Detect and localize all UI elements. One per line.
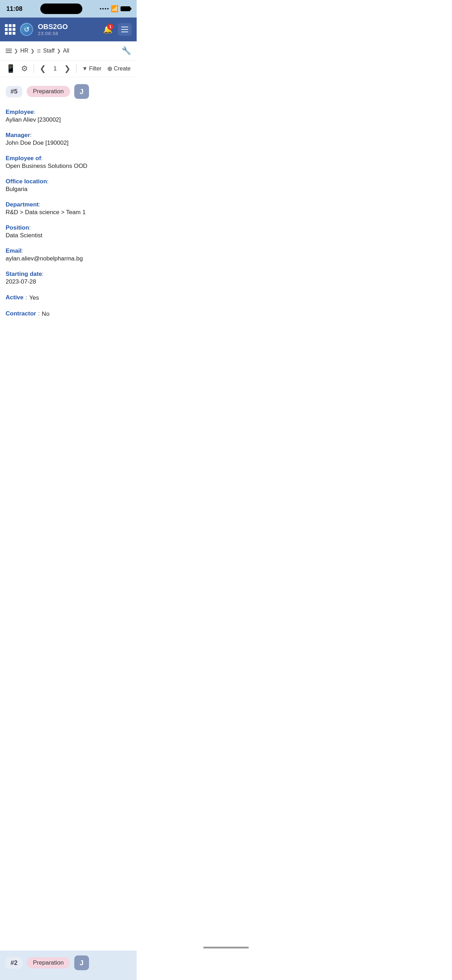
status-pill[interactable]: Preparation (27, 86, 70, 97)
filter-icon: ▼ (82, 65, 88, 72)
filter-label: Filter (89, 65, 102, 72)
settings-wrench-icon[interactable]: 🔧 (122, 46, 131, 56)
plus-icon: ⊕ (107, 65, 113, 73)
active-label: Active (6, 294, 24, 301)
avatar[interactable]: J (74, 84, 89, 99)
toolbar-separator-2 (76, 65, 76, 73)
department-label: Department: (6, 201, 131, 208)
signal-icon (100, 8, 108, 10)
bottom-spacer (6, 326, 131, 361)
status-time: 11:08 (6, 5, 22, 13)
wifi-icon: 📶 (111, 5, 118, 13)
app-header: ↺ OBS2GO 23:08:58 🔔 1 (0, 18, 137, 41)
battery-icon (121, 6, 131, 11)
app-title: OBS2GO (38, 23, 97, 31)
status-bar: 11:08 📶 (0, 0, 137, 18)
toolbar: 📱 ⚙ ❮ 1 ❯ ▼ Filter ⊕ Create (0, 60, 137, 77)
mobile-view-icon[interactable]: 📱 (6, 64, 16, 73)
employee-value: Aylian Aliev [230002] (6, 116, 131, 123)
department-value: R&D > Data science > Team 1 (6, 209, 131, 216)
page-number: 1 (51, 65, 59, 72)
record-id[interactable]: #5 (6, 86, 22, 97)
manager-label: Manager: (6, 132, 131, 139)
active-value: Yes (29, 294, 39, 301)
manager-value: John Doe Doe [190002] (6, 140, 131, 146)
office-location-value: Bulgaria (6, 186, 131, 193)
notification-badge: 1 (107, 24, 113, 30)
active-colon: : (25, 294, 27, 301)
employee-label: Employee: (6, 109, 131, 116)
main-content: #5 Preparation J Employee: Aylian Aliev … (0, 77, 137, 368)
breadcrumb-all[interactable]: All (63, 48, 69, 54)
contractor-field: Contractor : No (6, 310, 131, 318)
contractor-colon: : (38, 310, 40, 317)
filter-button[interactable]: ▼ Filter (82, 65, 101, 72)
email-field: Email: aylan.aliev@nobelpharma.bg (6, 247, 131, 262)
record-header: #5 Preparation J (6, 84, 131, 99)
app-title-block: OBS2GO 23:08:58 (38, 23, 97, 36)
list-icon: ☰ (37, 48, 41, 54)
employee-of-field: Employee of: Open Business Solutions OOD (6, 155, 131, 170)
settings-gear-icon[interactable]: ⚙ (21, 64, 28, 73)
position-value: Data Scientist (6, 232, 131, 239)
contractor-value: No (42, 310, 49, 318)
hamburger-menu-button[interactable] (118, 23, 132, 36)
office-location-field: Office location: Bulgaria (6, 178, 131, 193)
chevron-icon-3: ❯ (57, 48, 61, 54)
starting-date-field: Starting date: 2023-07-28 (6, 270, 131, 285)
email-label: Email: (6, 247, 131, 255)
grid-icon[interactable] (5, 24, 16, 35)
chevron-icon-2: ❯ (30, 48, 35, 54)
position-label: Position: (6, 224, 131, 231)
app-logo: ↺ (20, 22, 33, 37)
create-button[interactable]: ⊕ Create (107, 65, 131, 73)
sidebar-toggle-button[interactable] (6, 49, 12, 53)
create-label: Create (114, 65, 131, 72)
toolbar-separator (33, 65, 34, 73)
breadcrumb-staff[interactable]: Staff (43, 48, 55, 54)
employee-of-label: Employee of: (6, 155, 131, 162)
contractor-label: Contractor (6, 310, 36, 317)
next-page-button[interactable]: ❯ (64, 64, 70, 73)
chevron-icon-1: ❯ (14, 48, 18, 54)
breadcrumb-hr[interactable]: HR (20, 48, 29, 54)
prev-page-button[interactable]: ❮ (40, 64, 46, 73)
notification-button[interactable]: 🔔 1 (102, 24, 113, 35)
office-location-label: Office location: (6, 178, 131, 185)
status-icons: 📶 (100, 5, 131, 13)
dynamic-island (40, 3, 82, 14)
department-field: Department: R&D > Data science > Team 1 (6, 201, 131, 216)
breadcrumb: ❯ HR ❯ ☰ Staff ❯ All 🔧 (0, 41, 137, 60)
manager-field: Manager: John Doe Doe [190002] (6, 132, 131, 146)
employee-of-value: Open Business Solutions OOD (6, 162, 131, 170)
email-value: aylan.aliev@nobelpharma.bg (6, 255, 131, 262)
employee-field: Employee: Aylian Aliev [230002] (6, 109, 131, 123)
starting-date-label: Starting date: (6, 270, 131, 278)
app-subtitle: 23:08:58 (38, 31, 97, 36)
position-field: Position: Data Scientist (6, 224, 131, 239)
active-field: Active : Yes (6, 294, 131, 301)
starting-date-value: 2023-07-28 (6, 278, 131, 285)
